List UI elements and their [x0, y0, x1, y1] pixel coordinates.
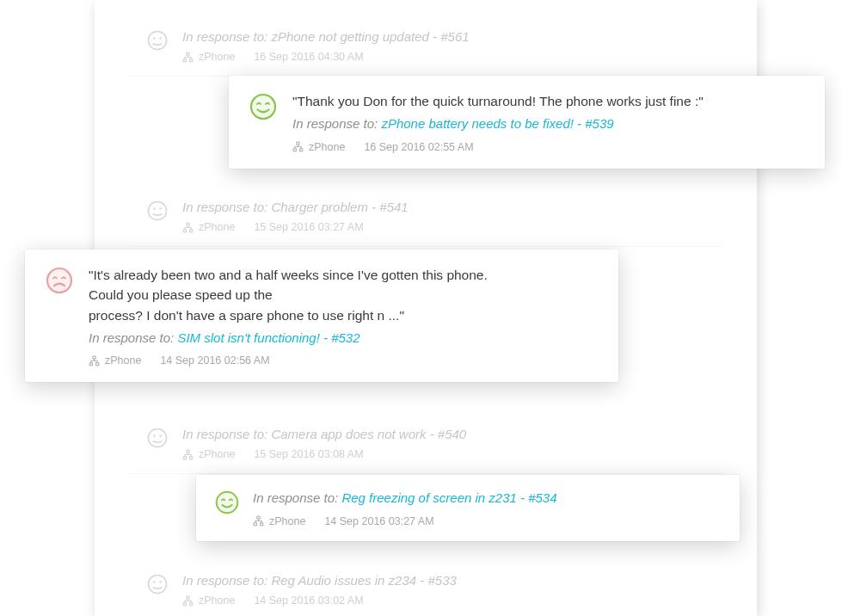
org-label: zPhone — [269, 515, 305, 527]
ticket-link[interactable]: zPhone battery needs to be fixed! - #539 — [381, 116, 613, 131]
sad-face-icon — [46, 267, 73, 294]
svg-rect-29 — [93, 356, 95, 359]
svg-rect-33 — [257, 516, 260, 519]
svg-point-32 — [217, 492, 238, 514]
svg-rect-25 — [297, 142, 299, 145]
response-prefix: In response to: — [89, 330, 177, 345]
svg-rect-35 — [261, 523, 263, 526]
response-prefix: In response to: — [292, 116, 381, 131]
divider — [129, 246, 722, 247]
svg-rect-31 — [96, 363, 99, 366]
org-label: zPhone — [105, 354, 141, 367]
quote-line: process? I don't have a spare phone to u… — [89, 308, 404, 323]
svg-point-24 — [251, 95, 275, 119]
sitemap-icon — [292, 141, 304, 152]
feedback-card-positive[interactable]: In response to: Reg freezing of screen i… — [196, 475, 740, 541]
feedback-card-positive[interactable]: "Thank you Don for the quick turnaround!… — [229, 76, 825, 169]
timestamp: 14 Sep 2016 02:56 AM — [160, 354, 269, 367]
org-label: zPhone — [309, 141, 345, 153]
divider — [129, 473, 722, 474]
response-prefix: In response to: — [253, 490, 341, 505]
ticket-link[interactable]: SIM slot isn't functioning! - #532 — [177, 330, 360, 345]
timestamp: 14 Sep 2016 03:27 AM — [324, 515, 433, 527]
feedback-card-negative[interactable]: "It's already been two and a half weeks … — [25, 249, 618, 382]
quote-line: Could you please speed up the — [89, 287, 273, 302]
svg-rect-26 — [293, 149, 296, 151]
svg-rect-27 — [300, 149, 303, 151]
feedback-quote: "It's already been two and a half weeks … — [89, 265, 598, 325]
ticket-link[interactable]: Reg freezing of screen in z231 - #534 — [341, 490, 556, 505]
timestamp: 16 Sep 2016 02:55 AM — [364, 141, 473, 153]
sitemap-icon — [89, 355, 100, 367]
quote-line: "It's already been two and a half weeks … — [89, 268, 488, 282]
svg-point-28 — [47, 268, 71, 293]
sitemap-icon — [253, 515, 264, 527]
feedback-quote: "Thank you Don for the quick turnaround!… — [292, 91, 804, 111]
svg-rect-30 — [89, 363, 92, 366]
happy-face-icon — [249, 93, 277, 120]
svg-rect-34 — [254, 523, 256, 526]
happy-face-icon — [215, 490, 239, 514]
